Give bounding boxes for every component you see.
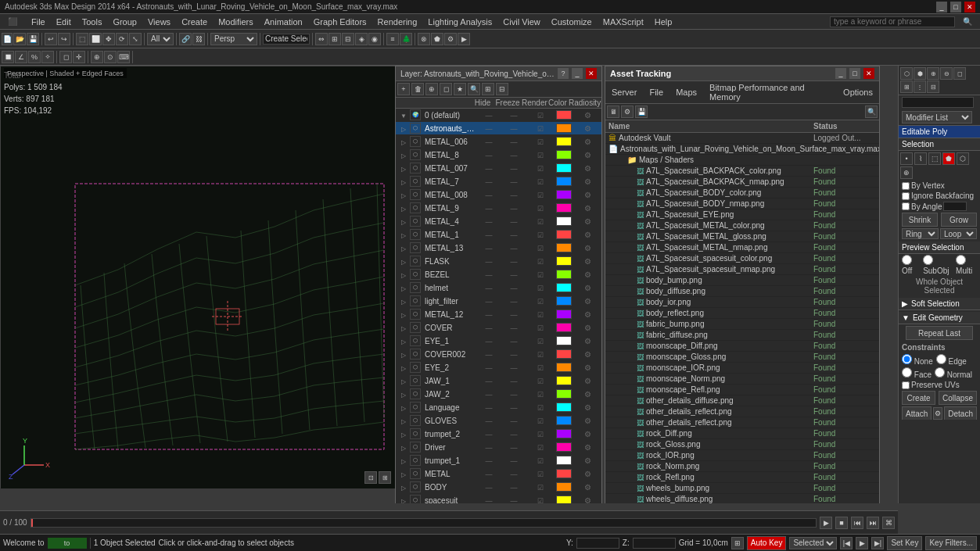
- asset-tree-item[interactable]: 🖼 fabric_bump.png Found: [605, 319, 879, 330]
- menu-maxscript[interactable]: MAXScript: [598, 17, 648, 27]
- rp-btn4[interactable]: ⊖: [940, 67, 953, 80]
- set-key-btn[interactable]: Set Key: [887, 536, 922, 550]
- link-btn[interactable]: 🔗: [179, 33, 192, 45]
- timeline-key-mode-btn[interactable]: ⌘: [882, 517, 895, 529]
- layer-close-btn[interactable]: ✕: [586, 68, 597, 79]
- layer-color-swatch[interactable]: [556, 456, 572, 465]
- layer-color-swatch[interactable]: [556, 482, 572, 492]
- viewport-select-input[interactable]: [263, 34, 310, 45]
- asset-toolbar-btn1[interactable]: 🖥: [607, 106, 619, 118]
- material-editor-btn[interactable]: ⬟: [431, 33, 443, 45]
- layer-row[interactable]: ▷ ⬡ FLASK — — ☑ ⚙: [396, 255, 601, 268]
- active-modifier[interactable]: Editable Poly: [899, 126, 980, 138]
- layer-row[interactable]: ▷ ⬡ METAL_008 — — ☑ ⚙: [396, 188, 601, 202]
- asset-tree-item[interactable]: 🖼 body_ior.png Found: [605, 297, 879, 308]
- layer-color-swatch[interactable]: [556, 137, 572, 146]
- layer-row[interactable]: ▷ ⬡ METAL_1 — — ☑ ⚙: [396, 228, 601, 242]
- attach-btn[interactable]: Attach: [902, 406, 932, 420]
- layer-row[interactable]: ▷ ⬡ Astronauts_on... — — ☑ ⚙: [396, 122, 601, 135]
- edit-geometry-section[interactable]: ▼ Edit Geometry: [899, 312, 980, 324]
- asset-tree-item[interactable]: 📄 Astronauts_with_Lunar_Roving_Vehicle_o…: [605, 144, 879, 155]
- unlink-btn[interactable]: ⛓: [192, 33, 205, 45]
- next-frame-btn[interactable]: ▶|: [871, 537, 884, 549]
- layer-color-swatch[interactable]: [556, 442, 572, 452]
- scale-btn[interactable]: ⤡: [129, 33, 142, 45]
- menu-graph-editors[interactable]: Graph Editors: [309, 17, 372, 27]
- menu-customize[interactable]: Customize: [547, 17, 597, 27]
- named-sel-btn[interactable]: ◻: [59, 51, 72, 63]
- asset-toolbar-btn3[interactable]: 💾: [635, 106, 648, 118]
- layer-color-swatch[interactable]: [556, 336, 572, 345]
- rp-btn5[interactable]: ◻: [953, 67, 966, 80]
- layer-row[interactable]: ▷ ⬡ EYE_2 — — ☑ ⚙: [396, 361, 601, 374]
- spinner-snap-btn[interactable]: ⟡: [41, 51, 54, 63]
- rp-btn2[interactable]: ⬢: [914, 67, 926, 80]
- percent-snap-btn[interactable]: %: [28, 51, 41, 63]
- layer-color-swatch[interactable]: [556, 190, 572, 199]
- layer-color-swatch[interactable]: [556, 363, 572, 372]
- layer-row[interactable]: ▷ ⬡ METAL_12 — — ☑ ⚙: [396, 308, 601, 321]
- preserve-uvs-check[interactable]: [902, 381, 910, 389]
- preview-off-radio[interactable]: [902, 255, 912, 265]
- constraint-none-radio[interactable]: [902, 354, 912, 364]
- viewport[interactable]: Total Polys: 1 509 184 Verts: 897 181 FP…: [0, 66, 395, 488]
- layer-color-swatch[interactable]: [556, 150, 572, 159]
- attach-settings-btn[interactable]: ⚙: [933, 407, 942, 420]
- layer-row[interactable]: ▷ ⬡ light_filter — — ☑ ⚙: [396, 295, 601, 308]
- scene-explorer-btn[interactable]: 🌲: [400, 33, 412, 45]
- menu-views[interactable]: Views: [143, 17, 175, 27]
- layer-color-swatch[interactable]: [556, 163, 572, 173]
- select-object-btn[interactable]: ⬚: [76, 33, 88, 45]
- vertex-mode-btn[interactable]: •: [900, 152, 913, 165]
- layer-row[interactable]: ▷ ⬡ METAL_8 — — ☑ ⚙: [396, 148, 601, 162]
- maximize-btn[interactable]: □: [950, 2, 961, 13]
- layer-color-swatch[interactable]: [556, 203, 572, 213]
- layer-row[interactable]: ▷ ⬡ GLOVES — — ☑ ⚙: [396, 414, 601, 428]
- grid-settings-btn[interactable]: ⊞: [731, 537, 744, 549]
- asset-tree-item[interactable]: 🖼 A7L_Spacesuit_BODY_color.png Found: [605, 188, 879, 199]
- layer-row[interactable]: ▷ ⬡ BODY — — ☑ ⚙: [396, 481, 601, 494]
- asset-max-btn[interactable]: □: [849, 68, 860, 79]
- timeline-track[interactable]: [31, 518, 817, 528]
- asset-tree-item[interactable]: 🖼 other_details_diffuse.png Found: [605, 395, 879, 406]
- layer-color-swatch[interactable]: [556, 376, 572, 385]
- move-btn[interactable]: ✥: [102, 33, 115, 45]
- asset-tree-item[interactable]: 🖼 A7L_Spacesuit_spacesuit_color.png Foun…: [605, 253, 879, 264]
- new-btn[interactable]: 📄: [2, 33, 13, 45]
- menu-lighting[interactable]: Lighting Analysis: [423, 17, 497, 27]
- asset-tree-item[interactable]: 🖼 A7L_Spacesuit_METAL_gloss.png Found: [605, 231, 879, 242]
- layer-row[interactable]: ▷ ⬡ helmet — — ☑ ⚙: [396, 281, 601, 295]
- collapse-btn[interactable]: Collapse: [939, 391, 977, 405]
- zoom-extents-btn[interactable]: ⊡: [364, 471, 377, 484]
- layer-color-swatch[interactable]: [556, 230, 572, 239]
- asset-toolbar-btn2[interactable]: ⚙: [621, 106, 634, 118]
- layer-color-swatch[interactable]: [556, 469, 572, 478]
- layer-collapse-btn[interactable]: ⊟: [496, 83, 508, 95]
- cross-sel-btn[interactable]: ✛: [73, 51, 85, 63]
- schematic-view-btn[interactable]: ⊗: [418, 33, 430, 45]
- layer-help-btn[interactable]: ?: [558, 68, 569, 79]
- asset-tree-item[interactable]: 🖼 A7L_Spacesuit_BODY_nmap.png Found: [605, 199, 879, 209]
- isolate-btn[interactable]: ◉: [368, 33, 381, 45]
- layer-row[interactable]: ▷ ⬡ METAL_006 — — ☑ ⚙: [396, 135, 601, 148]
- layer-row[interactable]: ▷ ⬡ COVER — — ☑ ⚙: [396, 321, 601, 335]
- layer-color-swatch[interactable]: [556, 110, 572, 120]
- rp-btn7[interactable]: ⋮: [914, 81, 926, 93]
- asset-tree-item[interactable]: 📁 Maps / Shaders: [605, 155, 879, 166]
- timeline-play-btn[interactable]: ▶: [820, 517, 832, 529]
- layer-row[interactable]: ▷ ⬡ BEZEL — — ☑ ⚙: [396, 268, 601, 281]
- layer-color-swatch[interactable]: [556, 496, 572, 503]
- z-coord-input[interactable]: 0.0cm: [633, 538, 676, 549]
- asset-tree-item[interactable]: 🖼 rock_IOR.png Found: [605, 450, 879, 461]
- minimize-btn[interactable]: _: [936, 2, 947, 13]
- constraint-edge-radio[interactable]: [936, 354, 946, 364]
- rp-btn3[interactable]: ⊕: [927, 67, 939, 80]
- layer-color-swatch[interactable]: [556, 243, 572, 252]
- layer-expand-btn[interactable]: ⊞: [482, 83, 494, 95]
- timeline-stop-btn[interactable]: ■: [835, 517, 848, 529]
- menu-animation[interactable]: Animation: [260, 17, 307, 27]
- asset-menu-maps[interactable]: Maps: [669, 86, 703, 98]
- menu-group[interactable]: Group: [108, 17, 142, 27]
- repeat-last-btn[interactable]: Repeat Last: [906, 326, 973, 340]
- preview-selection-section[interactable]: Preview Selection: [899, 242, 980, 254]
